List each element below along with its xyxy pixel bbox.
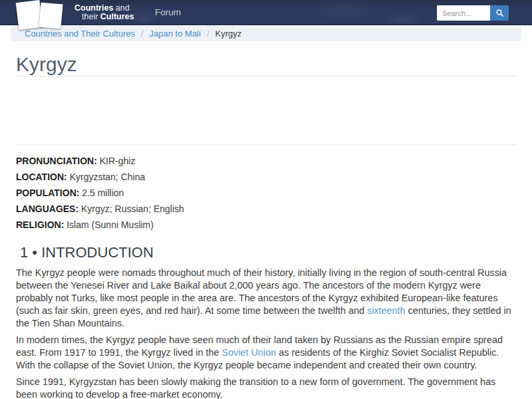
- fact-label: RELIGION:: [16, 219, 64, 230]
- fact-value: Islam (Sunni Muslim): [66, 219, 154, 230]
- search-button[interactable]: [490, 5, 509, 21]
- brand-word-and: and: [116, 3, 130, 13]
- magnifier-icon: [495, 9, 504, 17]
- fact-label: LANGUAGES:: [16, 203, 78, 214]
- breadcrumb-separator: /: [207, 29, 209, 39]
- fact-value: Kyrgyz; Russian; English: [81, 203, 184, 214]
- search-input[interactable]: [437, 5, 490, 21]
- fact-value: KIR-ghiz: [100, 156, 136, 166]
- fact-pronunciation: PRONUNCIATION: KIR-ghiz: [16, 156, 516, 166]
- breadcrumb-link-volume[interactable]: Japan to Mali: [150, 29, 201, 39]
- article-content: Kyrgyz PRONUNCIATION: KIR-ghiz LOCATION:…: [0, 53, 532, 399]
- section-heading-introduction: 1 • INTRODUCTION: [16, 244, 516, 261]
- paragraph-intro-3: Since 1991, Kyrgyzstan has been slowly m…: [16, 376, 516, 399]
- site-wordmark[interactable]: Countries and their Cultures: [74, 4, 134, 21]
- brand-word-their: their: [82, 12, 98, 21]
- paragraph-text: Since 1991, Kyrgyzstan has been slowly m…: [16, 376, 495, 399]
- breadcrumb-link-home[interactable]: Countries and Their Cultures: [25, 29, 135, 39]
- search-bar: [437, 5, 509, 21]
- breadcrumb-separator: /: [141, 29, 144, 39]
- paragraph-intro-2: In modern times, the Kyrgyz people have …: [16, 334, 516, 372]
- brand-word-countries: Countries: [74, 3, 113, 13]
- fact-list: PRONUNCIATION: KIR-ghiz LOCATION: Kyrgyz…: [16, 156, 516, 230]
- logo-photo-statues-icon: [39, 3, 63, 29]
- forum-link[interactable]: Forum: [155, 7, 181, 17]
- site-header: Countries and their Cultures Forum: [0, 0, 532, 25]
- fact-label: PRONUNCIATION:: [16, 156, 97, 166]
- fact-value: Kyrgyzstan; China: [70, 172, 146, 182]
- brand-word-cultures: Cultures: [100, 12, 134, 21]
- breadcrumb: Countries and Their Cultures / Japan to …: [11, 26, 521, 41]
- ad-placeholder: [16, 76, 516, 144]
- fact-location: LOCATION: Kyrgyzstan; China: [16, 172, 516, 182]
- fact-value: 2.5 million: [82, 188, 124, 198]
- fact-label: POPULATION:: [16, 188, 79, 198]
- paragraph-intro-1: The Kyrgyz people were nomads throughout…: [16, 267, 516, 330]
- inline-link-sixteenth[interactable]: sixteenth: [367, 305, 406, 316]
- fact-label: LOCATION:: [16, 172, 67, 182]
- page-title: Kyrgyz: [16, 53, 516, 76]
- fact-languages: LANGUAGES: Kyrgyz; Russian; English: [16, 203, 516, 214]
- inline-link-soviet-union[interactable]: Soviet Union: [222, 347, 277, 358]
- divider: [16, 144, 516, 145]
- fact-religion: RELIGION: Islam (Sunni Muslim): [16, 219, 516, 230]
- site-logo[interactable]: [17, 1, 72, 29]
- breadcrumb-current: Kyrgyz: [215, 29, 242, 39]
- fact-population: POPULATION: 2.5 million: [16, 188, 516, 198]
